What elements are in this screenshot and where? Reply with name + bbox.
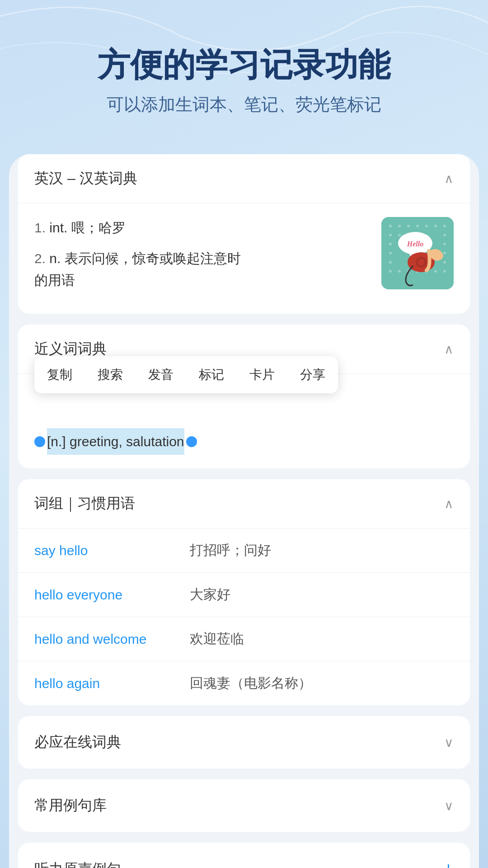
phrases-header[interactable]: 词组｜习惯用语 ∧	[18, 479, 470, 528]
context-menu-search[interactable]: 搜索	[85, 356, 136, 393]
phrases-title: 词组｜习惯用语	[34, 494, 135, 514]
audio-examples-section: 听力原声例句 +	[18, 843, 470, 868]
phrase-zh-hello-everyone: 大家好	[190, 585, 230, 604]
svg-point-16	[443, 261, 446, 264]
phrase-en-hello-and-welcome: hello and welcome	[34, 632, 179, 647]
main-card: 英汉 – 汉英词典 ∧ 1. int. 喂；哈罗 2. n. 表示问候，惊奇或唤…	[9, 154, 479, 868]
svg-point-3	[407, 225, 410, 227]
selected-text-container: [n.] greeting, salutation	[34, 428, 454, 455]
header-title: 方便的学习记录功能	[27, 45, 461, 84]
context-menu-card[interactable]: 卡片	[237, 356, 287, 393]
svg-point-10	[443, 234, 446, 236]
definition-item-1: 1. int. 喂；哈罗	[34, 217, 372, 239]
synonym-chevron-up-icon: ∧	[444, 342, 454, 357]
context-menu: 复制 搜索 发音 标记 卡片 分享	[34, 356, 338, 393]
phrase-en-hello-everyone: hello everyone	[34, 587, 179, 603]
svg-point-1	[389, 225, 392, 227]
svg-point-6	[434, 225, 437, 227]
chevron-up-icon: ∧	[444, 171, 454, 186]
svg-point-4	[416, 225, 419, 227]
synonym-selected-text: [n.] greeting, salutation	[47, 428, 184, 455]
definition-text: 1. int. 喂；哈罗 2. n. 表示问候，惊奇或唤起注意时的用语	[34, 217, 372, 300]
svg-point-30	[418, 259, 424, 265]
svg-point-23	[443, 270, 446, 273]
phrase-zh-hello-again: 回魂妻（电影名称）	[190, 674, 312, 693]
example-lib-section: 常用例句库 ∨	[18, 779, 470, 832]
selection-handle-left	[34, 436, 45, 447]
biying-dict-header[interactable]: 必应在线词典 ∨	[18, 716, 470, 769]
example-lib-header[interactable]: 常用例句库 ∨	[18, 779, 470, 832]
svg-text:Hello: Hello	[407, 240, 423, 248]
phrase-item-hello-and-welcome[interactable]: hello and welcome 欢迎莅临	[18, 617, 470, 661]
synonym-dict-section: 近义词词典 ∧ 复制 搜索 发音 标记 卡片 分享 [n.] greeting,…	[18, 325, 470, 468]
svg-point-22	[434, 270, 437, 273]
svg-point-12	[443, 243, 446, 245]
biying-dict-title: 必应在线词典	[34, 732, 121, 752]
definition-content: 1. int. 喂；哈罗 2. n. 表示问候，惊奇或唤起注意时的用语	[18, 203, 470, 314]
svg-point-2	[398, 225, 401, 227]
svg-point-7	[443, 225, 446, 227]
phrase-item-say-hello[interactable]: say hello 打招呼；问好	[18, 528, 470, 573]
svg-point-17	[389, 270, 392, 273]
phrases-chevron-up-icon: ∧	[444, 496, 454, 511]
svg-point-9	[398, 234, 401, 236]
audio-examples-plus-icon[interactable]: +	[443, 859, 454, 868]
phrase-en-hello-again: hello again	[34, 676, 179, 691]
svg-point-14	[443, 252, 446, 255]
svg-point-15	[389, 261, 392, 264]
selection-handle-right	[186, 436, 197, 447]
biying-chevron-down-icon: ∨	[444, 735, 454, 750]
example-lib-chevron-down-icon: ∨	[444, 798, 454, 813]
context-menu-mark[interactable]: 标记	[186, 356, 237, 393]
audio-examples-title: 听力原声例句	[34, 859, 121, 868]
english-chinese-dict-header[interactable]: 英汉 – 汉英词典 ∧	[18, 154, 470, 203]
svg-point-18	[398, 270, 401, 273]
audio-examples-header[interactable]: 听力原声例句 +	[18, 843, 470, 868]
phrase-zh-hello-and-welcome: 欢迎莅临	[190, 630, 244, 648]
example-lib-title: 常用例句库	[34, 796, 107, 816]
header-section: 方便的学习记录功能 可以添加生词本、笔记、荧光笔标记	[0, 0, 488, 143]
phrases-section: 词组｜习惯用语 ∧ say hello 打招呼；问好 hello everyon…	[18, 479, 470, 705]
phrase-item-hello-again[interactable]: hello again 回魂妻（电影名称）	[18, 661, 470, 705]
context-menu-pronounce[interactable]: 发音	[136, 356, 186, 393]
svg-point-8	[389, 234, 392, 236]
phrase-zh-say-hello: 打招呼；问好	[190, 541, 271, 560]
context-menu-share[interactable]: 分享	[287, 356, 338, 393]
svg-point-13	[389, 252, 392, 255]
header-subtitle: 可以添加生词本、笔记、荧光笔标记	[27, 93, 461, 116]
phrase-item-hello-everyone[interactable]: hello everyone 大家好	[18, 573, 470, 617]
definition-item-2: 2. n. 表示问候，惊奇或唤起注意时的用语	[34, 248, 372, 291]
english-chinese-dict-title: 英汉 – 汉英词典	[34, 169, 137, 189]
english-chinese-dict-section: 英汉 – 汉英词典 ∧ 1. int. 喂；哈罗 2. n. 表示问候，惊奇或唤…	[18, 154, 470, 314]
svg-point-11	[389, 243, 392, 245]
phrase-en-say-hello: say hello	[34, 543, 179, 558]
hello-telephone-image: Hello	[381, 217, 454, 289]
context-menu-copy[interactable]: 复制	[34, 356, 85, 393]
svg-point-5	[425, 225, 428, 227]
biying-dict-section: 必应在线词典 ∨	[18, 716, 470, 769]
